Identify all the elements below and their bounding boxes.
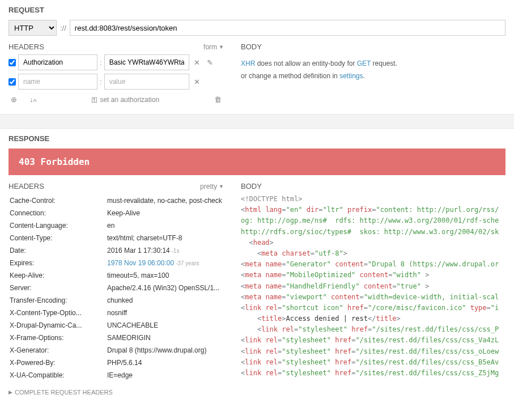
response-title: RESPONSE <box>0 129 514 149</box>
response-header-key: Keep-Alive: <box>10 270 106 281</box>
response-header-key: Expires: <box>10 257 106 269</box>
method-select[interactable]: HTTP <box>9 20 57 36</box>
response-body-title: BODY <box>241 182 262 190</box>
response-header-row: Connection:Keep-Alive <box>10 207 223 219</box>
response-header-row: X-Generator:Drupal 8 (https://www.drupal… <box>10 345 223 356</box>
response-body-code: <!DOCTYPE html><html lang="en" dir="ltr"… <box>241 194 505 379</box>
header-row: :✕✎ <box>9 54 224 70</box>
complete-request-headers-link[interactable]: ▶ COMPLETE REQUEST HEADERS <box>9 382 224 402</box>
headers-form-toggle[interactable]: form ▼ <box>203 43 224 51</box>
header-name-input[interactable] <box>18 74 97 90</box>
response-header-value: PHP/5.6.14 <box>107 357 223 368</box>
settings-link[interactable]: settings <box>339 72 363 80</box>
remove-header-button[interactable]: ✕ <box>192 78 202 86</box>
response-header-value: Apache/2.4.16 (Win32) OpenSSL/1... <box>107 282 223 294</box>
response-headers-title: HEADERS <box>9 182 44 190</box>
header-value-input[interactable] <box>104 74 189 90</box>
response-header-value: must-revalidate, no-cache, post-check <box>107 195 223 206</box>
response-header-value: timeout=5, max=100 <box>107 270 223 281</box>
url-input[interactable] <box>70 20 505 36</box>
response-header-row: Date:2016 Mar 1 17:30:14 -1s <box>10 245 223 256</box>
response-header-row: Keep-Alive:timeout=5, max=100 <box>10 270 223 281</box>
add-header-button[interactable]: ⊕ <box>9 95 19 104</box>
response-header-row: Server:Apache/2.4.16 (Win32) OpenSSL/1..… <box>10 282 223 294</box>
response-header-row: Cache-Control:must-revalidate, no-cache,… <box>10 195 223 206</box>
caret-right-icon: ▶ <box>9 389 12 395</box>
caret-down-icon: ▼ <box>219 184 224 189</box>
response-header-row: X-UA-Compatible:IE=edge <box>10 370 223 381</box>
set-authorization-link[interactable]: ⚿ set an authorization <box>47 96 204 104</box>
header-row: :✕ <box>9 74 224 90</box>
response-header-key: Date: <box>10 245 106 256</box>
header-colon: : <box>100 78 102 86</box>
response-header-value: Drupal 8 (https://www.drupal.org) <box>107 345 223 356</box>
response-header-value: IE=edge <box>107 370 223 381</box>
response-header-value: 1978 Nov 19 06:00:00 -37 years <box>107 257 223 269</box>
get-link[interactable]: GET <box>357 60 371 67</box>
sort-headers-button[interactable]: ↓A <box>27 95 39 104</box>
remove-header-button[interactable]: ✕ <box>192 58 202 67</box>
header-name-input[interactable] <box>18 54 97 70</box>
response-header-key: X-Content-Type-Optio... <box>10 307 106 319</box>
response-header-row: Transfer-Encoding:chunked <box>10 295 223 306</box>
section-divider <box>0 114 514 129</box>
header-value-input[interactable] <box>104 54 189 70</box>
response-header-row: X-Drupal-Dynamic-Ca...UNCACHEABLE <box>10 320 223 331</box>
protocol-label: :// <box>60 24 66 32</box>
request-title: REQUEST <box>0 0 514 20</box>
response-header-value: Keep-Alive <box>107 207 223 219</box>
response-headers-table: Cache-Control:must-revalidate, no-cache,… <box>9 194 224 382</box>
request-headers-title: HEADERS <box>9 43 44 51</box>
edit-header-button[interactable]: ✎ <box>205 58 215 67</box>
response-header-value: en <box>107 220 223 231</box>
response-header-key: X-Frame-Options: <box>10 332 106 343</box>
response-header-value: 2016 Mar 1 17:30:14 -1s <box>107 245 223 256</box>
response-header-value: SAMEORIGIN <box>107 332 223 343</box>
response-header-key: X-Generator: <box>10 345 106 356</box>
response-header-row: Expires:1978 Nov 19 06:00:00 -37 years <box>10 257 223 269</box>
response-header-key: X-Powered-By: <box>10 357 106 368</box>
response-header-row: Content-Type:text/html; charset=UTF-8 <box>10 232 223 244</box>
trash-headers-button[interactable]: 🗑 <box>212 95 224 104</box>
response-header-key: Server: <box>10 282 106 294</box>
response-header-row: X-Powered-By:PHP/5.6.14 <box>10 357 223 368</box>
response-header-key: Transfer-Encoding: <box>10 295 106 306</box>
response-header-value: nosniff <box>107 307 223 319</box>
header-enabled-checkbox[interactable] <box>9 59 16 66</box>
request-body-notice: XHR does not allow an entity-body for GE… <box>241 54 505 82</box>
response-header-row: X-Frame-Options:SAMEORIGIN <box>10 332 223 343</box>
response-header-value: chunked <box>107 295 223 306</box>
caret-down-icon: ▼ <box>219 44 224 50</box>
response-status: 403 Forbidden <box>9 149 505 175</box>
response-header-key: Connection: <box>10 207 106 219</box>
key-icon: ⚿ <box>91 96 97 103</box>
request-body-title: BODY <box>241 43 262 51</box>
xhr-link[interactable]: XHR <box>241 60 255 67</box>
response-header-key: Cache-Control: <box>10 195 106 206</box>
response-header-value: UNCACHEABLE <box>107 320 223 331</box>
response-header-key: X-Drupal-Dynamic-Ca... <box>10 320 106 331</box>
response-header-row: Content-Language:en <box>10 220 223 231</box>
header-enabled-checkbox[interactable] <box>9 78 16 86</box>
response-header-key: Content-Type: <box>10 232 106 244</box>
headers-pretty-toggle[interactable]: pretty ▼ <box>200 183 224 190</box>
response-header-value: text/html; charset=UTF-8 <box>107 232 223 244</box>
response-header-key: Content-Language: <box>10 220 106 231</box>
response-header-row: X-Content-Type-Optio...nosniff <box>10 307 223 319</box>
response-header-key: X-UA-Compatible: <box>10 370 106 381</box>
header-colon: : <box>100 58 102 67</box>
